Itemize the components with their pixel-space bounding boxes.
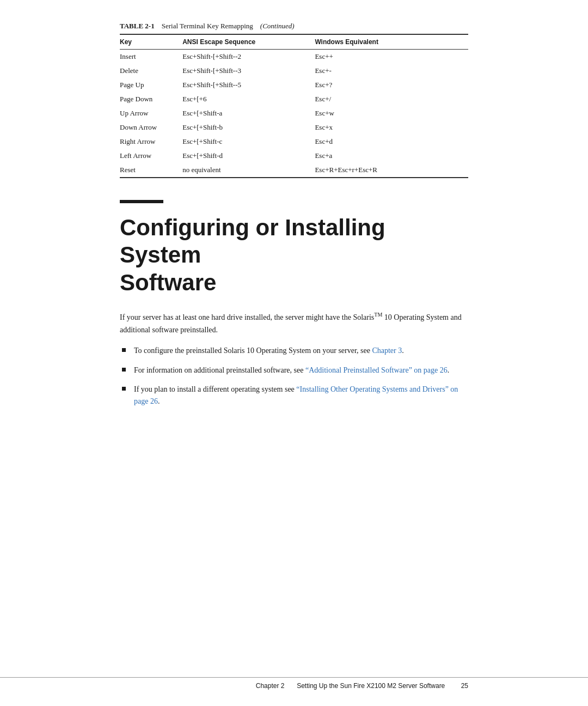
trademark-superscript: TM	[374, 312, 382, 318]
table-row: Up ArrowEsc+[+Shift-aEsc+w	[120, 106, 468, 120]
table-continued: (Continued)	[260, 22, 295, 30]
table-row: InsertEsc+Shift-[+Shift--2Esc++	[120, 50, 468, 64]
table-cell-windows: Esc+d	[315, 135, 468, 149]
footer-page-number: 25	[461, 682, 468, 690]
intro-text-before: If your server has at least one hard dri…	[120, 313, 374, 321]
bullet-item-3: If you plan to install a different opera…	[120, 384, 468, 407]
table-cell-ansi: Esc+[+Shift-d	[182, 149, 315, 163]
table-cell-key: Up Arrow	[120, 106, 182, 120]
table-row: Page DownEsc+[+6Esc+/	[120, 92, 468, 106]
svg-rect-2	[122, 387, 126, 391]
table-cell-ansi: Esc+[+Shift-c	[182, 135, 315, 149]
svg-rect-0	[122, 348, 126, 352]
table-cell-windows: Esc+-	[315, 64, 468, 78]
table-cell-windows: Esc+?	[315, 78, 468, 92]
table-cell-ansi: Esc+[+Shift-a	[182, 106, 315, 120]
bullet-text-2: For information on additional preinstall…	[134, 364, 468, 376]
footer-separator2	[449, 682, 456, 690]
footer-text: Chapter 2 Setting Up the Sun Fire X2100 …	[256, 682, 468, 690]
table-row: DeleteEsc+Shift-[+Shift--3Esc+-	[120, 64, 468, 78]
intro-paragraph: If your server has at least one hard dri…	[120, 312, 468, 336]
svg-rect-1	[122, 368, 126, 372]
table-cell-key: Down Arrow	[120, 120, 182, 135]
table-cell-ansi: Esc+Shift-[+Shift--5	[182, 78, 315, 92]
table-row: Page UpEsc+Shift-[+Shift--5Esc+?	[120, 78, 468, 92]
table-title: Serial Terminal Key Remapping	[162, 22, 253, 30]
table-cell-key: Insert	[120, 50, 182, 64]
table-cell-key: Page Down	[120, 92, 182, 106]
table-header-row: Key ANSI Escape Sequence Windows Equival…	[120, 34, 468, 50]
table-cell-key: Right Arrow	[120, 135, 182, 149]
bullet-icon	[120, 385, 128, 393]
table-cell-windows: Esc+w	[315, 106, 468, 120]
table-cell-key: Reset	[120, 163, 182, 178]
bullet-icon	[120, 346, 128, 355]
table-cell-windows: Esc++	[315, 50, 468, 64]
divider-bar	[120, 200, 163, 203]
feature-bullet-list: To configure the preinstalled Solaris 10…	[120, 345, 468, 407]
page-footer: Chapter 2 Setting Up the Sun Fire X2100 …	[0, 677, 588, 690]
col-header-windows: Windows Equivalent	[315, 34, 468, 50]
table-cell-windows: Esc+/	[315, 92, 468, 106]
table-cell-key: Page Up	[120, 78, 182, 92]
bullet-link-3[interactable]: “Installing Other Operating Systems and …	[134, 385, 458, 405]
bullet-text-1: To configure the preinstalled Solaris 10…	[134, 345, 468, 357]
table-cell-key: Left Arrow	[120, 149, 182, 163]
table-row: Left ArrowEsc+[+Shift-dEsc+a	[120, 149, 468, 163]
bullet-icon	[120, 366, 128, 374]
table-row: Down ArrowEsc+[+Shift-bEsc+x	[120, 120, 468, 135]
bullet-link-1[interactable]: Chapter 3	[372, 346, 402, 355]
table-cell-ansi: Esc+Shift-[+Shift--2	[182, 50, 315, 64]
bullet-link-2[interactable]: “Additional Preinstalled Software” on pa…	[305, 366, 448, 374]
table-row: Resetno equivalentEsc+R+Esc+r+Esc+R	[120, 163, 468, 178]
table-cell-ansi: no equivalent	[182, 163, 315, 178]
table-cell-ansi: Esc+Shift-[+Shift--3	[182, 64, 315, 78]
chapter-divider	[120, 200, 468, 203]
table-cell-key: Delete	[120, 64, 182, 78]
bullet-text-3: If you plan to install a different opera…	[134, 384, 468, 407]
table-row: Right ArrowEsc+[+Shift-cEsc+d	[120, 135, 468, 149]
footer-chapter: Chapter 2	[256, 682, 285, 690]
col-header-ansi: ANSI Escape Sequence	[182, 34, 315, 50]
bullet-item-1: To configure the preinstalled Solaris 10…	[120, 345, 468, 357]
table-cell-windows: Esc+a	[315, 149, 468, 163]
footer-separator	[289, 682, 292, 690]
bullet-item-2: For information on additional preinstall…	[120, 364, 468, 376]
table-cell-windows: Esc+R+Esc+r+Esc+R	[315, 163, 468, 178]
chapter-heading: Configuring or Installing System Softwar…	[120, 214, 468, 296]
col-header-key: Key	[120, 34, 182, 50]
table-cell-windows: Esc+x	[315, 120, 468, 135]
table-label: TABLE 2-1	[120, 22, 155, 30]
table-caption: TABLE 2-1 Serial Terminal Key Remapping …	[120, 22, 468, 31]
serial-terminal-table: Key ANSI Escape Sequence Windows Equival…	[120, 34, 468, 178]
footer-page-title: Setting Up the Sun Fire X2100 M2 Server …	[297, 682, 445, 690]
table-cell-ansi: Esc+[+6	[182, 92, 315, 106]
table-cell-ansi: Esc+[+Shift-b	[182, 120, 315, 135]
